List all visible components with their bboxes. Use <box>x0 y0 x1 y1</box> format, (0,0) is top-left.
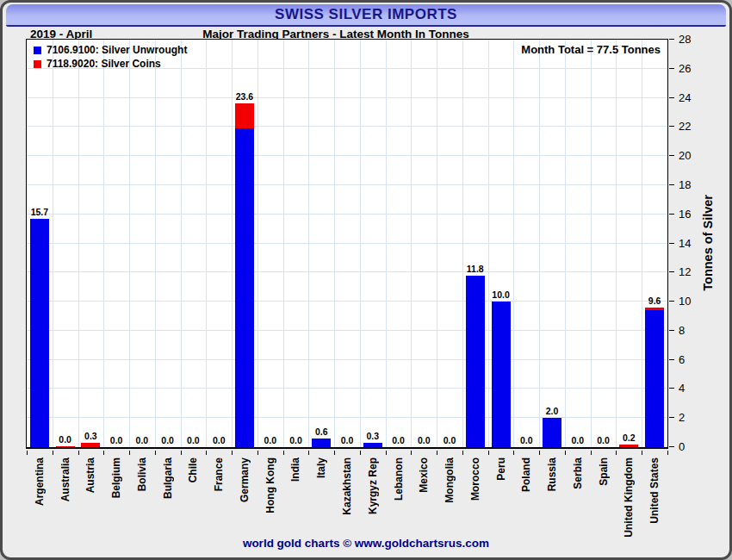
y-tick <box>669 446 674 447</box>
x-category-label-text: Bolivia <box>136 457 148 491</box>
x-tick <box>206 451 207 455</box>
bar-value-label-germany: 23.6 <box>223 92 266 102</box>
legend-label-coins: 7118.9020: Silver Coins <box>47 58 161 70</box>
x-category-label-text: Mongolia <box>444 457 456 503</box>
x-category-label-text: United States <box>648 457 661 524</box>
x-category-label-text: Kyrgyz Rep <box>367 457 379 514</box>
x-category-label-bulgaria: Bulgaria <box>155 457 181 542</box>
y-tick <box>669 388 674 389</box>
x-tick <box>232 451 233 455</box>
x-tick <box>27 451 28 455</box>
x-tick <box>616 451 617 455</box>
y-tick <box>669 271 674 272</box>
bar-value-label-poland: 0.0 <box>505 436 548 445</box>
x-tick <box>155 451 156 455</box>
x-tick <box>591 451 592 455</box>
bar-coins-germany <box>235 103 254 128</box>
y-tick-label: 24 <box>679 92 691 104</box>
bar-unwrought-united-states <box>645 310 664 447</box>
x-category-label-india: India <box>283 457 309 542</box>
y-tick-label: 4 <box>679 383 685 395</box>
x-category-label-text: Lebanon <box>393 457 405 501</box>
bar-unwrought-morocco <box>466 276 485 447</box>
chart-title: SWISS SILVER IMPORTS <box>275 6 457 23</box>
x-category-label-kazakhstan: Kazakhstan <box>334 457 360 542</box>
x-category-label-text: Bulgaria <box>162 457 174 499</box>
x-tick <box>334 451 335 455</box>
x-category-label-serbia: Serbia <box>565 457 591 542</box>
legend-item-unwrought: 7106.9100: Silver Unwrought <box>34 43 187 57</box>
bar-layer: 15.70.00.30.00.00.00.00.023.60.00.00.60.… <box>27 40 667 447</box>
x-category-label-text: Morocco <box>469 457 481 501</box>
x-category-label-text: United Kingdom <box>623 457 635 538</box>
x-category-label-text: Austria <box>84 457 96 493</box>
bar-value-label-morocco: 11.8 <box>454 264 497 274</box>
x-category-label-russia: Russia <box>539 457 565 542</box>
bar-value-label-peru: 10.0 <box>480 290 523 300</box>
x-tick <box>386 451 387 455</box>
x-tick <box>129 451 130 455</box>
x-category-label-text: India <box>289 457 301 482</box>
legend: 7106.9100: Silver Unwrought 7118.9020: S… <box>34 43 187 71</box>
x-category-label-lebanon: Lebanon <box>386 457 412 542</box>
x-category-label-text: Kazakhstan <box>341 457 353 515</box>
x-category-label-text: Chile <box>187 457 199 482</box>
x-category-label-kyrgyz-rep: Kyrgyz Rep <box>360 457 386 542</box>
x-category-label-austria: Austria <box>78 457 104 542</box>
y-tick-label: 16 <box>679 208 691 221</box>
y-tick <box>669 417 674 418</box>
bar-coins-united-kingdom <box>619 445 638 447</box>
x-category-label-text: Hong Kong <box>264 457 276 513</box>
y-tick <box>669 359 674 360</box>
y-tick <box>669 126 674 127</box>
y-tick <box>669 214 674 215</box>
bar-value-label-argentina: 15.7 <box>18 208 61 217</box>
x-category-label-mexico: Mexico <box>411 457 437 542</box>
x-category-label-united-kingdom: United Kingdom <box>616 457 642 542</box>
x-tick <box>411 451 412 455</box>
x-category-label-australia: Australia <box>53 457 78 542</box>
y-tick-label: 14 <box>679 238 691 250</box>
y-tick-label: 10 <box>679 296 691 308</box>
x-tick <box>462 451 463 455</box>
x-category-label-text: Peru <box>495 457 507 481</box>
x-category-label-text: Poland <box>520 457 532 492</box>
y-tick-label: 8 <box>679 325 685 337</box>
bar-coins-united-states <box>645 308 664 310</box>
x-category-label-poland: Poland <box>513 457 539 542</box>
x-category-label-peru: Peru <box>488 457 514 542</box>
x-category-label-text: Italy <box>315 457 327 478</box>
x-category-label-spain: Spain <box>591 457 617 542</box>
x-tick <box>103 451 104 455</box>
bar-value-label-russia: 2.0 <box>530 407 574 416</box>
x-tick <box>488 451 489 455</box>
x-category-label-argentina: Argentina <box>27 457 53 542</box>
x-category-label-italy: Italy <box>308 457 334 542</box>
y-tick <box>669 330 674 331</box>
bar-value-label-france: 0.0 <box>197 436 240 445</box>
x-tick <box>513 451 514 455</box>
x-tick <box>437 451 437 455</box>
x-axis: ArgentinaAustraliaAustriaBelgiumBoliviaB… <box>27 451 667 545</box>
x-tick <box>283 451 284 455</box>
y-tick <box>669 68 674 69</box>
x-tick <box>257 451 258 455</box>
x-category-label-text: Spain <box>598 457 610 486</box>
x-category-label-text: Serbia <box>572 457 584 489</box>
x-category-label-france: France <box>206 457 232 542</box>
legend-item-coins: 7118.9020: Silver Coins <box>34 57 187 71</box>
legend-label-unwrought: 7106.9100: Silver Unwrought <box>47 44 187 56</box>
y-tick-label: 12 <box>679 266 691 278</box>
bar-value-label-india: 0.0 <box>275 436 318 445</box>
x-category-label-united-states: United States <box>642 457 667 542</box>
x-tick <box>667 451 668 455</box>
plot-area: 15.70.00.30.00.00.00.00.023.60.00.00.60.… <box>26 39 668 449</box>
x-category-label-germany: Germany <box>232 457 257 542</box>
x-category-label-belgium: Belgium <box>103 457 129 542</box>
bar-value-label-united-kingdom: 0.2 <box>607 433 650 443</box>
x-category-label-morocco: Morocco <box>462 457 488 542</box>
x-category-label-text: Belgium <box>110 457 122 498</box>
x-category-label-bolivia: Bolivia <box>129 457 155 542</box>
x-tick <box>565 451 566 455</box>
y-axis-title: Tonnes of Silver <box>701 195 715 291</box>
